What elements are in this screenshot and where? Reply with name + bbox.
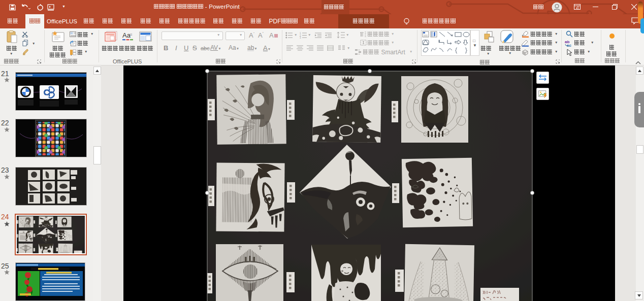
svg-text:ac: ac (567, 43, 571, 47)
svg-text:3: 3 (300, 37, 301, 39)
svg-text:≡: ≡ (130, 32, 133, 37)
